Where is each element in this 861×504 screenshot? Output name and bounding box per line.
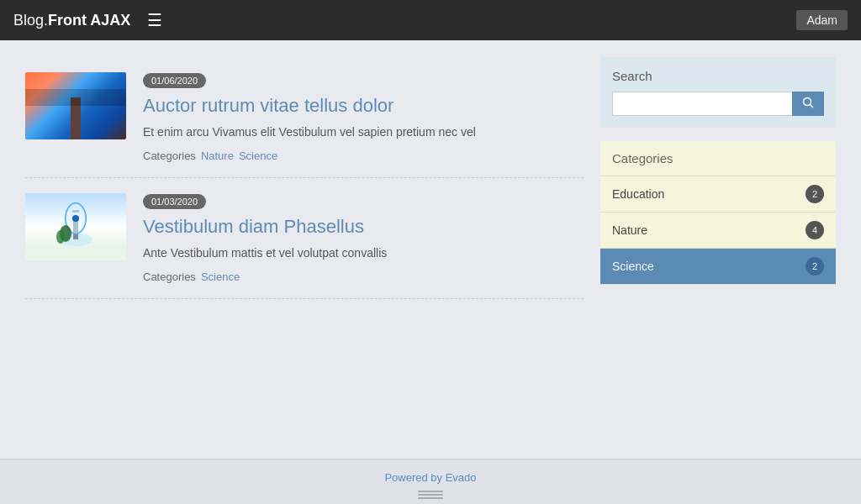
post-categories: Categories Science	[143, 270, 584, 283]
post-item: 01/06/2020 Auctor rutrum vitae tellus do…	[25, 57, 584, 178]
menu-icon[interactable]: ☰	[147, 10, 162, 30]
post-excerpt: Ante Vestibulum mattis et vel volutpat c…	[143, 244, 584, 262]
footer-powered: Powered by Evado	[0, 471, 861, 484]
footer-line-1	[418, 491, 443, 492]
search-icon	[802, 97, 814, 108]
post-excerpt: Et enim arcu Vivamus elit Vestibulum vel…	[143, 123, 584, 141]
header: Blog.Front AJAX ☰ Adam	[0, 0, 861, 40]
search-button[interactable]	[792, 92, 824, 116]
science-thumbnail	[25, 193, 126, 260]
logo: Blog.Front AJAX	[13, 12, 130, 29]
svg-point-4	[72, 215, 79, 222]
category-item-science[interactable]: Science 2	[600, 249, 836, 285]
sidebar-categories: Categories Education 2 Nature 4 Science …	[600, 141, 836, 285]
category-badge-education: 2	[806, 185, 824, 203]
science-icon	[50, 202, 101, 252]
user-label[interactable]: Adam	[796, 10, 848, 30]
category-link-science[interactable]: Science	[239, 150, 277, 162]
footer-line-3	[418, 497, 443, 499]
category-item-nature[interactable]: Nature 4	[600, 213, 836, 249]
logo-suffix: AJAX	[87, 12, 130, 29]
category-link-science[interactable]: Science	[201, 270, 240, 283]
post-content: 01/03/2020 Vestibulum diam Phasellus Ant…	[143, 193, 584, 283]
category-label-education: Education	[612, 187, 664, 201]
search-input-wrapper	[612, 92, 824, 116]
post-date: 01/03/2020	[143, 194, 206, 209]
category-label-science: Science	[612, 260, 654, 273]
nature-thumbnail	[25, 72, 126, 139]
search-input[interactable]	[612, 92, 792, 116]
post-date: 01/06/2020	[143, 73, 206, 88]
post-item: 01/03/2020 Vestibulum diam Phasellus Ant…	[25, 178, 584, 299]
categories-label: Categories	[143, 150, 196, 162]
sidebar: Search Categories Education 2 Nature	[600, 57, 836, 442]
search-title: Search	[612, 69, 824, 83]
svg-rect-5	[72, 210, 79, 213]
svg-line-9	[811, 105, 814, 108]
sidebar-search: Search	[600, 57, 836, 128]
post-title[interactable]: Auctor rutrum vitae tellus dolor	[143, 95, 584, 117]
logo-bold: Front	[48, 12, 87, 29]
footer: Powered by Evado	[0, 459, 861, 504]
post-title[interactable]: Vestibulum diam Phasellus	[143, 216, 584, 238]
footer-line-2	[418, 494, 443, 496]
category-badge-science: 2	[806, 257, 824, 276]
post-thumbnail	[25, 193, 126, 260]
category-item-education[interactable]: Education 2	[600, 176, 836, 213]
post-thumbnail	[25, 72, 126, 139]
svg-point-8	[804, 98, 811, 106]
categories-label: Categories	[143, 270, 196, 283]
svg-point-7	[56, 230, 65, 244]
posts-area: 01/06/2020 Auctor rutrum vitae tellus do…	[25, 57, 584, 442]
main-content: 01/06/2020 Auctor rutrum vitae tellus do…	[0, 40, 861, 459]
category-badge-nature: 4	[806, 221, 824, 239]
category-link-nature[interactable]: Nature	[201, 150, 234, 162]
footer-lines	[0, 491, 861, 499]
post-categories: Categories Nature Science	[143, 150, 584, 162]
post-content: 01/06/2020 Auctor rutrum vitae tellus do…	[143, 72, 584, 162]
category-label-nature: Nature	[612, 223, 647, 237]
categories-title: Categories	[600, 141, 836, 176]
